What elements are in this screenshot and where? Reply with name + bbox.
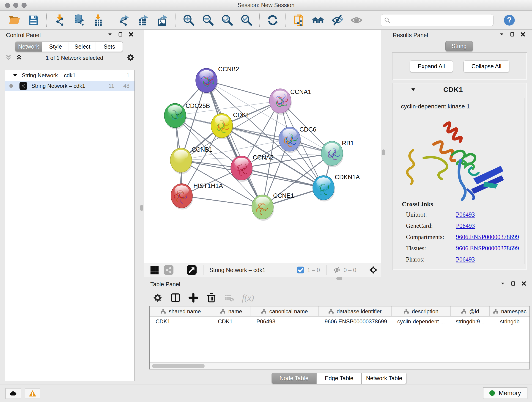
collapse-all-networks-icon[interactable] <box>5 54 12 62</box>
fit-selected-crosshair-icon[interactable] <box>369 266 377 274</box>
network-node-CCNB2[interactable] <box>196 68 218 94</box>
network-edge[interactable] <box>241 168 323 188</box>
table-cell[interactable]: stringdb:9... <box>451 317 490 327</box>
crosslink-value-link[interactable]: P06493 <box>456 256 475 263</box>
table-cell[interactable]: CDK1 <box>212 317 250 327</box>
table-cell[interactable]: CDK1 <box>150 317 212 327</box>
crosslink-value-link[interactable]: 9606.ENSP00000378699 <box>456 245 519 252</box>
gene-collapse-icon[interactable] <box>410 87 416 93</box>
crosslink-value-link[interactable]: 9606.ENSP00000378699 <box>456 234 519 241</box>
export-network-button[interactable] <box>117 13 131 27</box>
import-table-button[interactable] <box>91 13 105 27</box>
table-cell[interactable]: cyclin-dependent ... <box>392 317 451 327</box>
network-canvas[interactable]: CCNB2CCNA1CDC25BCDK1CDC6RB1CCNB1CCNA2CDK… <box>144 30 381 263</box>
panel-collapse-icon[interactable] <box>499 32 505 38</box>
tab-edge-table[interactable]: Edge Table <box>317 373 362 384</box>
network-node-CDC25B[interactable] <box>164 103 186 129</box>
zoom-selected-button[interactable] <box>239 13 254 27</box>
open-in-browser-icon[interactable] <box>186 265 197 275</box>
table-settings-gear-icon[interactable] <box>152 293 163 303</box>
node-table[interactable]: shared namenamecanonical namedatabase id… <box>149 306 530 370</box>
birdseye-view-button[interactable] <box>349 13 364 27</box>
hide-graphics-details-button[interactable] <box>330 13 344 27</box>
import-network-button[interactable] <box>52 13 67 27</box>
panel-collapse-icon[interactable] <box>500 281 505 288</box>
export-image-button[interactable] <box>156 13 170 27</box>
tab-sets[interactable]: Sets <box>96 41 123 52</box>
column-header-canonical-name[interactable]: canonical name <box>250 306 319 316</box>
column-header-description[interactable]: description <box>392 306 451 316</box>
network-node-CDC6[interactable] <box>279 127 301 153</box>
panel-close-icon[interactable] <box>521 281 526 288</box>
cloud-status-button[interactable] <box>6 388 21 399</box>
column-header-namespac[interactable]: namespac <box>490 306 530 316</box>
hidden-eye-icon[interactable] <box>333 266 341 274</box>
save-session-button[interactable] <box>26 13 41 27</box>
expand-all-networks-icon[interactable] <box>16 54 22 62</box>
add-column-icon[interactable] <box>188 293 198 303</box>
panel-float-icon[interactable] <box>118 32 123 38</box>
collapse-all-button[interactable]: Collapse All <box>463 61 510 72</box>
table-row[interactable]: CDK1CDK1P064939606.ENSP00000378699cyclin… <box>150 317 530 327</box>
selected-checkbox-icon[interactable] <box>297 266 304 274</box>
network-node-CCNA1[interactable] <box>269 89 292 115</box>
network-options-gear-icon[interactable] <box>127 53 135 63</box>
right-splitter-handle[interactable] <box>382 149 385 155</box>
zoom-out-button[interactable] <box>201 13 215 27</box>
delete-column-icon[interactable] <box>206 293 216 303</box>
panel-float-icon[interactable] <box>510 32 515 38</box>
table-cell[interactable]: stringdb <box>490 317 530 327</box>
network-node-CCNA2[interactable] <box>231 156 253 182</box>
refresh-button[interactable] <box>266 13 280 27</box>
network-node-CCNB1[interactable] <box>170 148 192 174</box>
network-node-CCNE1[interactable] <box>252 195 274 221</box>
network-node-RB1[interactable] <box>321 141 343 167</box>
panel-close-icon[interactable] <box>128 32 134 38</box>
network-node-CDK1[interactable] <box>211 114 233 139</box>
share-network-icon[interactable] <box>163 265 174 275</box>
crosslink-value-link[interactable]: P06493 <box>456 211 475 218</box>
help-button[interactable]: ? <box>502 13 516 27</box>
zoom-fit-button[interactable] <box>220 13 234 27</box>
gene-entry-header[interactable]: CDK1 <box>393 83 527 96</box>
scrollbar-thumb[interactable] <box>152 364 205 368</box>
grid-view-icon[interactable] <box>149 265 159 275</box>
memory-button[interactable]: Memory <box>483 387 527 399</box>
export-table-button[interactable] <box>136 13 151 27</box>
network-row[interactable]: String Network – cdk1 11 48 <box>5 81 134 91</box>
search-input[interactable] <box>393 17 491 23</box>
network-edge[interactable] <box>182 196 263 207</box>
tab-string[interactable]: String <box>445 41 473 51</box>
open-session-button[interactable] <box>7 13 21 27</box>
expand-all-button[interactable]: Expand All <box>410 61 453 72</box>
table-cell[interactable]: 9606.ENSP00000378699 <box>319 317 392 327</box>
zoom-in-button[interactable] <box>182 13 196 27</box>
tab-style[interactable]: Style <box>42 41 69 52</box>
column-header-database-identifier[interactable]: database identifier <box>319 306 392 316</box>
search-box[interactable] <box>381 14 494 26</box>
table-horizontal-scrollbar[interactable] <box>150 362 530 369</box>
clone-network-button[interactable] <box>292 13 306 27</box>
collection-expand-icon[interactable] <box>12 72 18 78</box>
tab-network-table[interactable]: Network Table <box>361 373 407 384</box>
warnings-button[interactable] <box>25 388 40 399</box>
panel-close-icon[interactable] <box>520 32 526 38</box>
column-header-shared-name[interactable]: shared name <box>150 306 212 316</box>
tab-network[interactable]: Network <box>15 41 42 52</box>
column-header-name[interactable]: name <box>212 306 250 316</box>
panel-collapse-icon[interactable] <box>107 32 113 38</box>
panel-float-icon[interactable] <box>510 281 516 288</box>
tab-node-table[interactable]: Node Table <box>272 373 317 384</box>
network-node-CDKN1A[interactable] <box>313 176 335 201</box>
homes-button[interactable] <box>311 13 325 27</box>
left-splitter-handle[interactable] <box>140 205 143 211</box>
table-cell[interactable]: P06493 <box>250 317 319 327</box>
show-columns-icon[interactable] <box>171 293 181 303</box>
import-database-button[interactable] <box>72 13 86 27</box>
network-collection-row[interactable]: String Network – cdk1 1 <box>5 70 134 81</box>
network-node-HIST1H1A[interactable] <box>171 184 193 210</box>
column-header--id[interactable]: @id <box>451 306 490 316</box>
string-network-graph[interactable]: CCNB2CCNA1CDC25BCDK1CDC6RB1CCNB1CCNA2CDK… <box>144 30 381 263</box>
tab-select[interactable]: Select <box>69 41 96 52</box>
crosslink-value-link[interactable]: P06493 <box>456 222 475 230</box>
